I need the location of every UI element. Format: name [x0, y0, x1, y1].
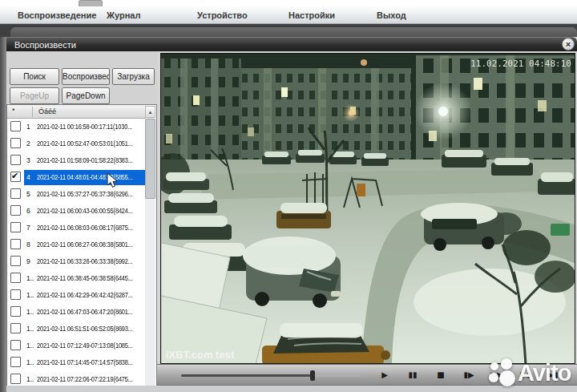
menu-item[interactable]: Настройки [288, 6, 335, 24]
play-file-button[interactable]: Воспроизвести [62, 68, 110, 85]
list-item[interactable]: 12021-02-11 00:16:58-00:17:11(1030... [7, 119, 146, 135]
row-number: 7 [26, 220, 37, 236]
row-number: 1.. [26, 288, 37, 303]
checkbox[interactable] [10, 205, 21, 216]
row-filename: 2021-02-11 04:48:01-04:48:13(5855... [37, 170, 133, 185]
video-watermark: iXBT.com test [166, 349, 235, 361]
list-item[interactable]: 1..2021-02-11 06:42:29-06:42:42(6287... [7, 287, 146, 304]
checkbox[interactable] [10, 138, 21, 148]
step-forward-button[interactable]: ▮▶ [461, 367, 477, 383]
page-down-button[interactable]: PageDown [62, 87, 110, 104]
menu-bar: Воспроизведение Журнал Устройство Настро… [0, 6, 577, 24]
recording-list: * Óáéé 12021-02-11 00:16:58-00:17:11(103… [6, 104, 157, 392]
menu-item[interactable]: Воспроизведение [18, 6, 96, 24]
row-number: 8 [26, 237, 37, 253]
list-item[interactable]: 92021-02-11 06:33:26-06:33:38(5992... [7, 253, 146, 270]
row-number: 1.. [26, 321, 37, 337]
scrollbar-thumb[interactable] [145, 119, 155, 199]
checkbox[interactable] [10, 374, 21, 384]
seek-bar[interactable] [181, 374, 361, 377]
checkbox[interactable] [10, 239, 21, 249]
row-filename: 2021-02-11 00:52:47-00:53:01(1051... [37, 136, 133, 152]
dialog-title-bar: Воспроизвести [0, 37, 577, 51]
checkbox[interactable] [10, 256, 21, 266]
checkbox[interactable] [10, 273, 21, 283]
pause-button[interactable]: ▮▮ [405, 367, 421, 383]
check-column-header: * [12, 107, 28, 115]
play-button[interactable]: ▶ [377, 367, 393, 383]
checkbox[interactable] [10, 188, 21, 199]
prev-file-button[interactable]: ▮◀ [517, 367, 533, 383]
list-rows: 12021-02-11 00:16:58-00:17:11(1030... 22… [7, 119, 146, 392]
row-filename: 2021-02-11 06:38:45-06:38:58(6445... [37, 271, 133, 286]
list-item[interactable]: 52021-02-11 05:37:27-05:37:38(6296... [7, 186, 146, 203]
menu-item[interactable]: Выход [377, 6, 406, 24]
row-number: 1.. [26, 271, 37, 286]
list-item[interactable]: 82021-02-11 06:08:27-06:08:38(5801... [7, 236, 146, 253]
seek-progress [181, 374, 313, 377]
close-icon[interactable]: × [562, 38, 575, 51]
row-number: 3 [26, 153, 37, 168]
stop-button[interactable]: ■ [433, 367, 449, 383]
row-filename: 2021-02-11 07:12:49-07:13:08(1085... [37, 338, 133, 354]
next-file-button[interactable]: ▶▮ [545, 367, 561, 383]
list-item[interactable]: 32021-02-11 01:58:09-01:58:22(8383... [7, 152, 146, 169]
column-divider [32, 107, 33, 117]
playback-controls: ▶ ▮▮ ■ ▮▶ ▶▶ ▮◀ ▶▮ [157, 364, 577, 386]
list-item[interactable]: 1..2021-02-11 07:14:45-07:14:57(5838... [7, 354, 146, 371]
playback-panel: Поиск Воспроизвести Загрузка PageUp Page… [6, 51, 157, 392]
row-filename: 2021-02-11 06:08:03-06:08:17(6875... [37, 220, 133, 236]
row-number: 6 [26, 204, 37, 219]
download-button[interactable]: Загрузка [112, 68, 155, 85]
file-column-header: Óáéé [38, 107, 56, 115]
row-filename: 2021-02-11 06:47:03-06:47:20(8601... [37, 305, 133, 320]
checkmark-icon: ✔ [11, 171, 18, 181]
menu-item[interactable]: Журнал [107, 6, 140, 24]
app-window: Воспроизведение Журнал Устройство Настро… [0, 0, 577, 392]
seek-handle[interactable] [310, 370, 315, 381]
checkbox[interactable] [10, 155, 21, 165]
row-filename: 2021-02-11 07:14:45-07:14:57(5838... [37, 355, 133, 370]
checkbox[interactable]: ✔ [10, 172, 21, 182]
checkbox[interactable] [10, 323, 21, 333]
row-filename: 2021-02-11 06:51:51-06:52:05(8693... [37, 321, 133, 337]
menu-item[interactable]: Устройство [197, 6, 248, 24]
page-up-button[interactable]: PageUp [10, 87, 59, 104]
list-item[interactable]: 1..2021-02-11 06:47:03-06:47:20(8601... [7, 304, 146, 321]
row-filename: 2021-02-11 06:33:26-06:33:38(5992... [37, 254, 133, 269]
row-number: 9 [26, 254, 37, 269]
row-number: 4 [26, 170, 37, 185]
row-number: 1.. [26, 305, 37, 320]
row-number: 5 [26, 187, 37, 202]
row-filename: 2021-02-11 06:00:43-06:00:55(8424... [37, 204, 133, 219]
list-item[interactable]: 72021-02-11 06:08:03-06:08:17(6875... [7, 220, 146, 236]
video-timestamp: 11.02.2021 04:48:10 [470, 59, 571, 69]
list-item[interactable]: 1..2021-02-11 06:38:45-06:38:58(6445... [7, 270, 146, 287]
fast-forward-button[interactable]: ▶▶ [489, 367, 505, 383]
list-item[interactable]: 1..2021-02-11 07:12:49-07:13:08(1085... [7, 337, 146, 354]
background-tab [79, 0, 103, 6]
row-filename: 2021-02-11 00:16:58-00:17:11(1030... [37, 119, 132, 135]
scroll-up-icon[interactable]: ▲ [145, 106, 155, 118]
checkbox[interactable] [10, 121, 21, 131]
list-item[interactable]: 62021-02-11 06:00:43-06:00:55(8424... [7, 203, 146, 220]
list-item[interactable]: 22021-02-11 00:52:47-00:53:01(1051... [7, 135, 146, 152]
list-item[interactable]: ✔ 42021-02-11 04:48:01-04:48:13(5855... [7, 169, 146, 186]
list-scrollbar[interactable]: ▲ [145, 106, 155, 392]
row-number: 1.. [26, 338, 37, 354]
workspace-tab [10, 27, 577, 37]
checkbox[interactable] [10, 306, 21, 317]
checkbox[interactable] [10, 357, 21, 367]
checkbox[interactable] [10, 289, 21, 300]
row-filename: 2021-02-11 05:37:27-05:37:38(6296... [37, 187, 133, 202]
row-filename: 2021-02-11 01:58:09-01:58:22(8383... [37, 153, 133, 168]
control-buttons: ▶ ▮▮ ■ ▮▶ ▶▶ ▮◀ ▶▮ [377, 367, 561, 383]
window-left-border [0, 37, 6, 392]
search-button[interactable]: Поиск [10, 68, 59, 85]
checkbox[interactable] [10, 340, 21, 350]
list-header: * Óáéé [7, 105, 146, 119]
checkbox[interactable] [10, 222, 21, 232]
row-filename: 2021-02-11 06:42:29-06:42:42(6287... [37, 288, 133, 303]
row-number: 1.. [26, 355, 37, 370]
list-item[interactable]: 1..2021-02-11 06:51:51-06:52:05(8693... [7, 321, 146, 337]
